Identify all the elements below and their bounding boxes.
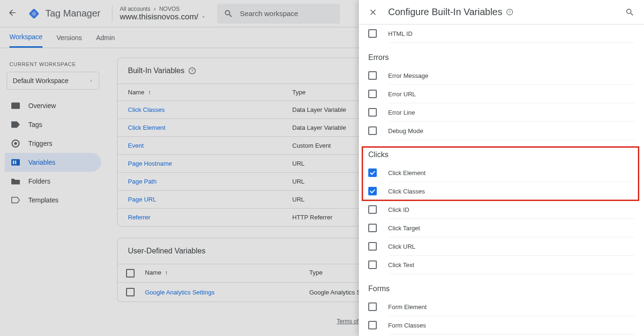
variable-row[interactable]: Debug Mode: [389, 122, 635, 140]
variable-label: Error Line: [388, 109, 415, 116]
checkbox[interactable]: [368, 90, 377, 98]
variable-row[interactable]: Form Classes: [389, 316, 635, 335]
variable-label: Debug Mode: [388, 127, 423, 134]
variable-row[interactable]: Click Text: [389, 256, 635, 274]
checkbox[interactable]: [368, 321, 377, 329]
variable-label: Form Element: [388, 303, 427, 311]
variable-label: Form Classes: [388, 322, 426, 329]
variable-label: Error URL: [388, 91, 416, 98]
checkbox[interactable]: [368, 205, 377, 214]
variable-label: HTML ID: [388, 30, 413, 37]
variable-row[interactable]: Error URL: [389, 85, 635, 103]
variable-row[interactable]: Click ID: [389, 201, 635, 219]
checkbox[interactable]: [368, 260, 377, 269]
variable-row[interactable]: Form Element: [389, 298, 635, 316]
checkbox[interactable]: [368, 108, 377, 117]
panel-title: Configure Built-In Variables: [388, 7, 502, 17]
variable-row[interactable]: Click Target: [389, 219, 635, 237]
search-icon[interactable]: [625, 8, 635, 17]
checkbox[interactable]: [368, 168, 377, 177]
checkbox[interactable]: [368, 29, 377, 38]
variable-label: Error Message: [388, 72, 428, 79]
variable-label: Click Text: [388, 261, 414, 269]
close-icon[interactable]: [368, 8, 378, 17]
section-title: Forms: [368, 285, 635, 293]
variable-row[interactable]: Click URL: [389, 237, 635, 256]
checkbox[interactable]: [368, 224, 377, 232]
section-title: Clicks: [368, 151, 635, 159]
variable-label: Click Classes: [388, 188, 425, 195]
variable-row[interactable]: Error Line: [389, 103, 635, 122]
checkbox[interactable]: [368, 302, 377, 311]
checkbox[interactable]: [368, 126, 377, 135]
variable-label: Click Element: [388, 169, 425, 176]
section-title: Errors: [368, 53, 635, 62]
variable-label: Click URL: [388, 243, 415, 250]
variable-label: Click Target: [388, 225, 420, 232]
variable-row[interactable]: Error Message: [389, 67, 635, 85]
variable-row[interactable]: Click Element: [389, 164, 635, 182]
configure-panel: Configure Built-In Variables ? HTML IDEr…: [359, 0, 644, 336]
variable-row[interactable]: Click Classes: [389, 182, 635, 201]
checkbox[interactable]: [368, 187, 377, 195]
checkbox[interactable]: [368, 242, 377, 251]
svg-text:?: ?: [508, 10, 511, 15]
variable-row[interactable]: HTML ID: [389, 25, 635, 43]
checkbox[interactable]: [368, 71, 377, 80]
variable-label: Click ID: [388, 206, 409, 213]
help-icon[interactable]: ?: [506, 8, 513, 16]
